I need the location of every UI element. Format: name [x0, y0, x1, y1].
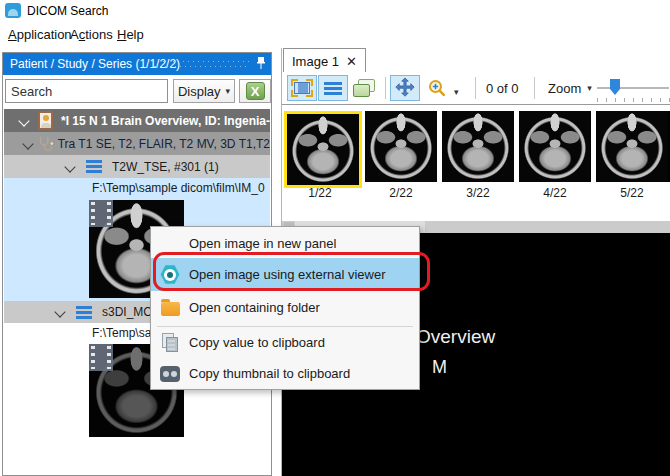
series1-label: T2W_TSE, #301 (1) [112, 160, 219, 174]
chevron-down-icon: ▾ [226, 87, 231, 96]
series2-label: s3DI_MC, [102, 305, 155, 319]
app-icon [5, 3, 21, 18]
toolbar-separator [475, 77, 476, 99]
menu-item-label: Copy value to clipboard [189, 335, 325, 350]
tree-row-series1[interactable]: T2W_TSE, #301 (1) [4, 155, 270, 178]
context-menu: Open image in new panel Open image using… [150, 226, 420, 390]
film-icon [89, 344, 113, 371]
single-image-view-button[interactable] [287, 75, 317, 101]
window-title: DICOM Search [27, 4, 108, 18]
patient-label: *I 15 N 1 Brain Overview, ID: Ingenia- [61, 114, 270, 128]
menu-item-label: Copy thumbnail to clipboard [189, 366, 350, 381]
series-icon [86, 160, 102, 173]
tree-row-patient[interactable]: *I 15 N 1 Brain Overview, ID: Ingenia- [4, 109, 270, 132]
tree-row-file1[interactable]: F:\Temp\sample dicom\film\IM_0 [4, 178, 270, 198]
pan-tool-button[interactable] [390, 75, 420, 101]
thumbnail-label: 1/22 [284, 186, 356, 200]
chevron-down-icon: ▾ [587, 84, 592, 93]
tab-image-1[interactable]: Image 1 ✕ [283, 48, 366, 73]
search-input[interactable] [5, 79, 168, 103]
series-icon [76, 306, 92, 319]
study-label: Tra T1 SE, T2, FLAIR, T2 MV, 3D T1,T2 [58, 137, 270, 151]
menu-item-label: Open containing folder [189, 300, 320, 315]
export-excel-button[interactable]: X [239, 79, 271, 103]
toolbar-separator [385, 77, 386, 99]
pin-icon[interactable] [255, 56, 267, 71]
zoom-dropdown-label: Zoom [548, 81, 581, 96]
menu-item-open-containing-folder[interactable]: Open containing folder [151, 291, 419, 324]
film-icon [89, 200, 113, 227]
menu-item-copy-thumbnail[interactable]: Copy thumbnail to clipboard [151, 358, 419, 389]
list-icon [324, 82, 342, 95]
zoom-tool-button[interactable] [422, 75, 452, 101]
drag-handle-dots [153, 61, 249, 68]
zoom-tool-dropdown[interactable]: ▾ [454, 81, 459, 99]
title-bar: DICOM Search [0, 0, 670, 22]
dicom-search-window: DICOM Search Application Actions Help Pa… [0, 0, 670, 476]
chevron-down-icon[interactable] [54, 306, 65, 317]
image-frame-icon [291, 79, 313, 97]
move-arrows-icon [394, 77, 416, 99]
menu-item-copy-value[interactable]: Copy value to clipboard [151, 327, 419, 358]
chevron-down-icon[interactable] [18, 115, 29, 126]
stacked-panels-button[interactable] [349, 75, 379, 101]
menu-actions[interactable]: Actions [66, 25, 117, 44]
film-thumbnail[interactable] [596, 111, 668, 182]
thumbnail-label: 5/22 [596, 186, 668, 200]
panel-header[interactable]: Patient / Study / Series (1/1/2/2) [3, 53, 271, 75]
list-view-button[interactable] [318, 75, 348, 101]
image-icon [160, 366, 180, 382]
display-button-label: Display [178, 84, 221, 99]
file1-path: F:\Temp\sample dicom\film\IM_0 [92, 181, 265, 195]
close-icon[interactable]: ✕ [346, 55, 357, 68]
stethoscope-icon [37, 135, 55, 153]
chevron-down-icon[interactable] [64, 161, 75, 172]
thumbnail-strip: 1/22 2/22 3/22 4/22 5/22 [282, 105, 670, 221]
zoom-slider-track[interactable] [597, 87, 669, 89]
excel-icon: X [246, 82, 265, 100]
annotation-highlight [153, 252, 430, 291]
overlay-text-line2: M [432, 357, 447, 378]
patient-icon [38, 111, 53, 130]
tab-label: Image 1 [292, 54, 339, 69]
thumbnail-label: 3/22 [442, 186, 514, 200]
film-thumbnail[interactable] [519, 111, 591, 182]
film-thumbnail[interactable] [284, 111, 362, 188]
menu-item-label: Open image in new panel [189, 236, 336, 251]
menu-bar: Application Actions Help [0, 22, 670, 46]
copy-icon [160, 333, 180, 352]
display-dropdown-button[interactable]: Display ▾ [173, 79, 235, 103]
file2-path: F:\Temp\sa [92, 326, 151, 340]
image-counter: 0 of 0 [486, 81, 519, 96]
folder-icon [161, 302, 180, 316]
toolbar-separator [534, 77, 535, 99]
menu-application[interactable]: Application [4, 25, 76, 44]
zoom-in-icon [427, 78, 447, 98]
menu-help[interactable]: Help [113, 25, 148, 44]
film-thumbnail[interactable] [442, 111, 514, 182]
chevron-down-icon[interactable] [22, 138, 33, 149]
panels-icon [353, 79, 375, 97]
image-toolbar: ▾ 0 of 0 Zoom ▾ [282, 72, 670, 105]
thumbnail-label: 4/22 [519, 186, 591, 200]
zoom-slider-ticks [597, 98, 670, 102]
tree-row-study[interactable]: Tra T1 SE, T2, FLAIR, T2 MV, 3D T1,T2 [4, 132, 270, 155]
zoom-slider-thumb[interactable] [610, 79, 620, 95]
zoom-dropdown[interactable]: Zoom ▾ [548, 81, 592, 96]
film-thumbnail[interactable] [365, 111, 437, 182]
overlay-text-line1: Overview [416, 326, 495, 348]
thumbnail-label: 2/22 [365, 186, 437, 200]
